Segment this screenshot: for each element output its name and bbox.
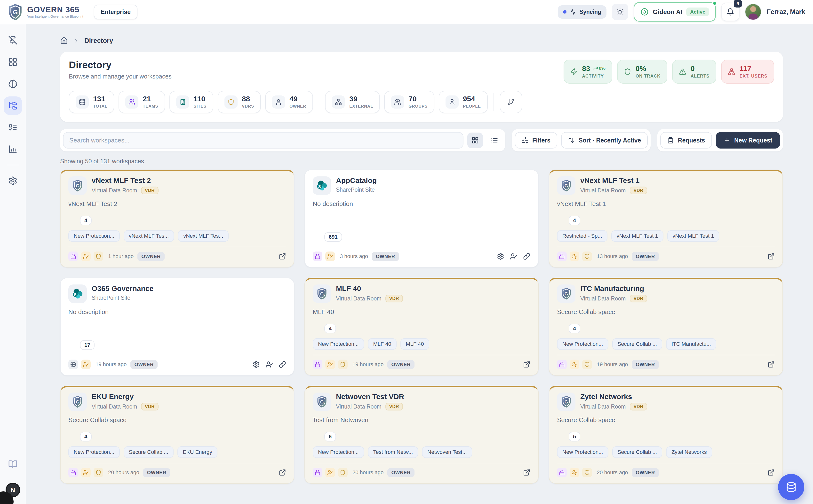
external-link-button[interactable] [279, 253, 286, 260]
workspace-tag[interactable]: Secure Collab ... [124, 446, 174, 458]
workspace-tag[interactable]: New Protection... [313, 338, 364, 350]
workspace-tag[interactable]: vNext MLF Tes... [124, 230, 174, 242]
search-input[interactable] [69, 137, 457, 144]
theme-toggle-button[interactable] [612, 4, 628, 20]
members-row: 4 [313, 324, 530, 333]
external-link-button[interactable] [279, 469, 286, 476]
last-active-time: 20 hours ago [108, 469, 139, 476]
workspace-card-eku-energy[interactable]: G EKU Energy Virtual Data Room VDR Secur… [60, 386, 294, 484]
svg-text:S: S [74, 292, 77, 297]
members-count: 4 [569, 324, 580, 333]
workspace-tag[interactable]: New Protection... [557, 446, 609, 458]
workspace-type-label: Virtual Data Room [92, 187, 137, 194]
workspace-tag[interactable]: Zytel Networks [666, 446, 712, 458]
workspace-title[interactable]: Zytel Networks [580, 393, 647, 401]
shield-icon [624, 68, 631, 75]
workspace-tag[interactable]: MLF 40 [368, 338, 397, 350]
user-check-button[interactable] [510, 253, 517, 260]
members-count: 6 [324, 432, 336, 441]
user-avatar[interactable] [745, 4, 761, 20]
workspace-tag[interactable]: vNext MLF Test 1 [667, 230, 719, 242]
workspace-title[interactable]: EKU Energy [92, 393, 158, 401]
filters-button[interactable]: Filters [515, 132, 557, 149]
brain-icon [8, 79, 17, 88]
directory-panel: Directory Browse and manage your workspa… [60, 52, 783, 122]
notifications-button[interactable]: 9 [721, 3, 740, 21]
workspace-title[interactable]: AppCatalog [336, 176, 377, 185]
workspace-tag[interactable]: Secure Collab ... [612, 446, 663, 458]
workspace-card-itc-manufacturing[interactable]: G ITC Manufacturing Virtual Data Room VD… [549, 278, 783, 376]
workspace-tag[interactable]: MLF 40 [400, 338, 429, 350]
workspace-card-vnext-mlf-test-2[interactable]: G vNext MLF Test 2 Virtual Data Room VDR… [60, 170, 294, 268]
external-link-button[interactable] [767, 253, 775, 260]
workspace-tag[interactable]: EKU Energy [177, 446, 217, 458]
workspace-tag[interactable]: New Protection... [313, 446, 364, 458]
enterprise-button[interactable]: Enterprise [94, 5, 137, 19]
workspace-tag[interactable]: Test from Netw... [368, 446, 419, 458]
home-icon[interactable] [60, 37, 68, 45]
user-check-icon [81, 468, 91, 477]
workspace-title[interactable]: O365 Governance [92, 284, 153, 293]
user-check-button[interactable] [266, 361, 273, 368]
last-active-time: 20 hours ago [597, 469, 628, 476]
link-button[interactable] [523, 253, 530, 260]
workspace-card-netwoven-test-vdr[interactable]: G Netwoven Test VDR Virtual Data Room VD… [304, 386, 539, 484]
link-button[interactable] [279, 361, 286, 368]
sort-button[interactable]: Sort · Recently Active [561, 132, 648, 149]
workspace-card-vnext-mlf-test-1[interactable]: G vNext MLF Test 1 Virtual Data Room VDR… [549, 170, 783, 268]
workspace-title[interactable]: MLF 40 [336, 284, 403, 293]
data-assistant-fab[interactable] [778, 474, 804, 500]
workspace-tag[interactable]: ITC Manufactu... [666, 338, 716, 350]
workspace-card-appcatalog[interactable]: S AppCatalog SharePoint Site No descript… [304, 170, 539, 268]
workspace-tag[interactable]: New Protection... [68, 446, 120, 458]
external-link-button[interactable] [767, 361, 775, 368]
kpi-badges: 830% ACTIVITY 0% ON TRACK 0 ALERTS [564, 60, 774, 84]
sidebar-item-pin[interactable] [4, 31, 22, 49]
bell-icon [726, 8, 734, 16]
org-icon [728, 68, 735, 75]
sidebar-item-dashboard[interactable] [4, 53, 22, 71]
workspace-title[interactable]: vNext MLF Test 1 [580, 176, 647, 185]
members-count: 17 [80, 340, 94, 350]
settings-button[interactable] [252, 361, 260, 368]
workspace-logo-icon: G [68, 393, 87, 411]
workspace-tag[interactable]: Secure Collab ... [612, 338, 663, 350]
new-request-button[interactable]: New Request [716, 132, 780, 149]
sidebar-item-reports[interactable] [4, 140, 22, 158]
members-row: 4 [557, 216, 775, 225]
sidebar-item-directory[interactable] [4, 96, 22, 115]
database-icon [786, 482, 797, 492]
sidebar-item-ai[interactable] [4, 75, 22, 93]
workspace-card-o365-governance[interactable]: S O365 Governance SharePoint Site No des… [60, 278, 294, 376]
role-badge: OWNER [130, 360, 157, 369]
gideon-ai-button[interactable]: Gideon AI Active [634, 2, 716, 22]
workspace-card-zytel-networks[interactable]: G Zytel Networks Virtual Data Room VDR S… [549, 386, 783, 484]
workspace-tag[interactable]: New Protection... [68, 230, 120, 242]
workspace-tag[interactable]: Restricted - Sp... [557, 230, 608, 242]
workspace-grid: G vNext MLF Test 2 Virtual Data Room VDR… [60, 170, 783, 484]
workspace-tag[interactable]: New Protection... [557, 338, 609, 350]
grid-view-button[interactable] [467, 133, 483, 148]
sidebar-item-settings[interactable] [4, 172, 22, 190]
sidebar-item-docs[interactable] [4, 455, 22, 473]
list-view-button[interactable] [487, 133, 502, 148]
settings-button[interactable] [497, 253, 504, 260]
vdr-badge: VDR [385, 403, 403, 410]
members-count: 4 [324, 324, 336, 333]
workspace-tag[interactable]: Netwoven Test... [422, 446, 472, 458]
sidebar-item-tasks[interactable] [4, 118, 22, 137]
workspace-title[interactable]: ITC Manufacturing [580, 284, 647, 293]
role-badge: OWNER [143, 468, 170, 477]
hierarchy-view-button[interactable] [500, 91, 522, 113]
workspace-title[interactable]: Netwoven Test VDR [336, 393, 404, 401]
external-link-button[interactable] [523, 469, 530, 476]
users-icon [128, 99, 135, 105]
workspace-tag[interactable]: vNext MLF Test 1 [611, 230, 664, 242]
external-link-button[interactable] [767, 469, 775, 476]
user-check-icon [81, 360, 91, 369]
workspace-title[interactable]: vNext MLF Test 2 [92, 176, 158, 185]
requests-button[interactable]: Requests [660, 132, 712, 149]
workspace-card-mlf-40[interactable]: G MLF 40 Virtual Data Room VDR MLF 40 4 … [304, 278, 539, 376]
external-link-button[interactable] [523, 361, 530, 368]
workspace-tag[interactable]: vNext MLF Tes... [178, 230, 228, 242]
